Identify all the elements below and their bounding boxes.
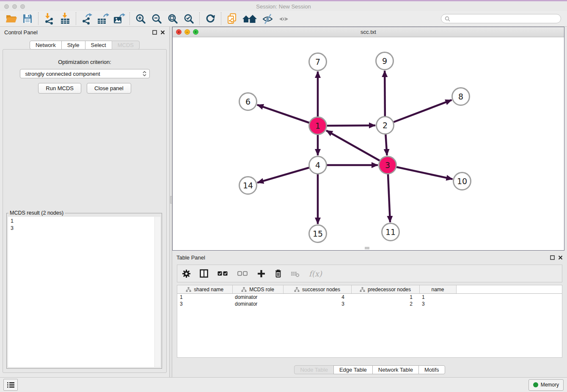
table-cell[interactable]: 3 [177,301,232,307]
network-window-titlebar: × − + scc.txt [173,27,564,37]
import-network-button[interactable] [43,12,55,25]
delete-table-icon[interactable] [291,270,300,277]
result-scrollbar[interactable] [154,217,160,367]
zoom-in-button[interactable] [134,12,147,25]
table-panel: Table Panel f(x) shared name MCDS role s… [172,252,567,377]
network-from-file-button[interactable] [226,12,238,25]
table-cell[interactable]: 1 [351,294,419,301]
graph-node-4[interactable]: 4 [309,157,327,174]
column-header-shared-name[interactable]: shared name [177,285,232,294]
home-view-button[interactable] [242,12,258,25]
show-graphics-details-button[interactable] [277,12,290,25]
graph-edge-3-1[interactable] [326,130,388,165]
zoom-fit-button[interactable] [166,12,179,25]
tab-edge-table[interactable]: Edge Table [333,365,373,374]
close-panel-button[interactable]: Close panel [87,83,131,94]
graph-node-label: 4 [315,160,320,170]
run-mcds-button[interactable]: Run MCDS [38,83,81,94]
network-canvas[interactable]: 7968124314101511 [173,37,564,250]
tab-network-table[interactable]: Network Table [372,365,419,374]
control-panel: Control Panel Network Style Select MCDS … [0,27,169,377]
tab-style[interactable]: Style [61,41,85,50]
graph-node-2[interactable]: 2 [377,117,394,134]
toolbar-separator [76,12,76,25]
graph-edge-1-6[interactable] [257,105,318,126]
delete-icon[interactable] [275,269,282,278]
memory-button[interactable]: Memory [528,379,564,391]
search-input[interactable] [452,15,557,22]
refresh-icon [204,13,216,25]
table-cell[interactable]: 1 [177,294,232,301]
network-minimize-button[interactable]: − [184,29,190,35]
graph-node-7[interactable]: 7 [309,53,327,71]
column-header-mcds-role[interactable]: MCDS role [232,285,283,294]
export-table-button[interactable] [96,12,109,25]
task-history-button[interactable] [3,379,18,391]
export-network-button[interactable] [80,12,93,25]
table-cell[interactable]: 3 [283,301,351,307]
graph-node-3[interactable]: 3 [379,157,396,174]
unselect-all-icon[interactable] [237,271,248,276]
node-table-body: 1dominator4113dominator323 [177,294,562,308]
graph-edge-3-10[interactable] [388,165,453,179]
graph-edge-2-8[interactable] [385,100,451,125]
zoom-out-button[interactable] [150,12,163,25]
apply-layout-button[interactable] [204,12,217,25]
graph-node-label: 14 [243,181,253,190]
float-panel-icon[interactable] [550,255,555,260]
select-stepper-icon [143,71,146,76]
table-cell[interactable]: 2 [351,301,419,307]
toolbar-separator [38,12,39,25]
graph-node-1[interactable]: 1 [309,117,327,135]
criterion-select[interactable]: strongly connected component [20,69,150,78]
column-header-successor-nodes[interactable]: successor nodes [283,285,351,294]
graph-node-8[interactable]: 8 [452,88,470,105]
table-cell[interactable]: dominator [232,301,283,307]
graph-node-9[interactable]: 9 [376,52,394,70]
float-panel-icon[interactable] [152,30,157,35]
network-close-button[interactable]: × [176,29,182,35]
hide-graphics-details-button[interactable] [261,12,274,25]
function-builder-button[interactable]: f(x) [309,269,322,278]
tab-motifs[interactable]: Motifs [418,365,445,374]
table-panel-title: Table Panel [176,254,205,261]
import-table-button[interactable] [59,12,72,25]
graph-node-10[interactable]: 10 [454,173,471,190]
close-panel-icon[interactable] [160,30,165,35]
graph-node-6[interactable]: 6 [239,93,257,110]
node-table: shared name MCDS role successor nodes pr… [177,285,562,358]
add-column-icon[interactable] [257,270,265,278]
table-cell[interactable]: 1 [419,294,456,301]
show-columns-icon[interactable] [200,269,208,278]
tab-network[interactable]: Network [30,41,62,50]
graph-node-15[interactable]: 15 [309,225,327,243]
toolbar-separator [221,12,221,25]
graph-node-14[interactable]: 14 [239,177,257,194]
graph-edge-4-14[interactable] [257,165,318,183]
mcds-result-list[interactable]: 1 3 [8,217,154,367]
zoom-selected-button[interactable] [182,12,195,25]
open-session-button[interactable] [5,12,18,25]
table-cell[interactable]: 3 [419,301,456,307]
panel-splitter[interactable] [169,27,172,377]
network-maximize-button[interactable]: + [193,29,198,35]
canvas-scroll-nub[interactable] [365,247,369,249]
search-field[interactable] [441,14,561,23]
tab-mcds[interactable]: MCDS [112,41,140,50]
tab-node-table[interactable]: Node Table [294,365,334,374]
table-settings-gear-icon[interactable] [182,270,190,278]
table-cell[interactable]: dominator [232,294,283,301]
save-session-button[interactable] [21,12,34,25]
close-panel-icon[interactable] [558,255,563,260]
select-all-icon[interactable] [217,271,228,276]
tab-select[interactable]: Select [85,41,112,50]
graph-node-11[interactable]: 11 [382,224,399,241]
table-row[interactable]: 1dominator411 [177,294,562,301]
zoom-fit-icon [167,13,179,25]
column-header-name[interactable]: name [419,285,456,294]
column-header-predecessor-nodes[interactable]: predecessor nodes [351,285,419,294]
import-network-icon [43,13,55,25]
export-image-button[interactable] [113,12,125,25]
table-cell[interactable]: 4 [283,294,351,301]
table-row[interactable]: 3dominator323 [177,301,562,307]
